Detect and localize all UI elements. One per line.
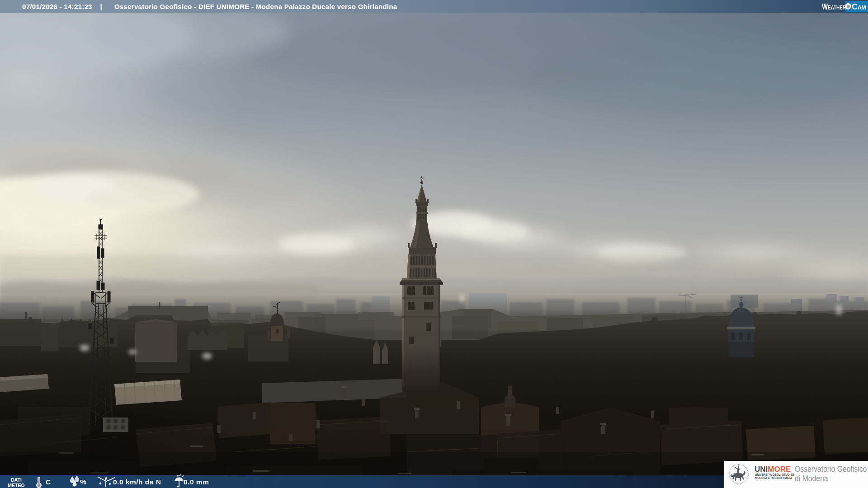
svg-text:1175: 1175 [737, 483, 741, 486]
